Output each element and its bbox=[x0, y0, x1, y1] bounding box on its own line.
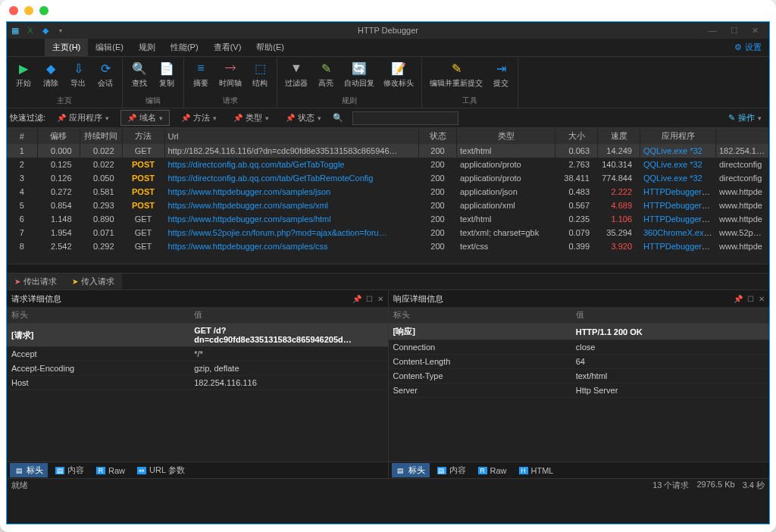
ribbon-会话[interactable]: ⟳会话 bbox=[92, 58, 119, 94]
file-menu-blank[interactable] bbox=[7, 39, 45, 56]
ribbon-高亮[interactable]: ✎高亮 bbox=[312, 58, 340, 94]
pane-tab-标头[interactable]: ▤标头 bbox=[392, 463, 430, 477]
ribbon-label: 导出 bbox=[70, 78, 86, 89]
quick-access-toolbar: ▦ X ◆ ▾ HTTP Debugger — ☐ ✕ bbox=[7, 22, 769, 39]
request-pane: 请求详细信息 📌☐✕ 标头值 [请求]GET /d?dn=cdc90fd8e33… bbox=[7, 290, 389, 478]
pane-tab-内容[interactable]: ▤内容 bbox=[51, 463, 89, 477]
status-count: 13 个请求 bbox=[652, 480, 689, 491]
grid-hscroll[interactable] bbox=[7, 264, 769, 274]
pin-icon: 📌 bbox=[181, 114, 190, 122]
grid-col[interactable]: 方法 bbox=[122, 128, 164, 144]
request-grid[interactable]: #偏移持续时间方法Url状态类型大小速度应用程序 10.0000.022GETh… bbox=[7, 128, 769, 264]
ribbon-开始[interactable]: ▶开始 bbox=[10, 58, 37, 94]
ribbon-label: 自动回复 bbox=[344, 78, 374, 89]
menu-item[interactable]: 性能(P) bbox=[163, 39, 206, 56]
pane-tab-内容[interactable]: ▤内容 bbox=[433, 463, 471, 477]
ribbon-icon: ⇩ bbox=[70, 60, 86, 77]
operation-menu[interactable]: ✎ 操作 ▾ bbox=[728, 112, 766, 124]
close-dot[interactable] bbox=[9, 6, 18, 15]
dock-icon[interactable]: ☐ bbox=[366, 295, 373, 303]
table-row[interactable]: 61.1480.890GEThttps://www.httpdebugger.c… bbox=[7, 212, 769, 226]
grid-col[interactable]: 大小 bbox=[555, 128, 598, 144]
max-dot[interactable] bbox=[39, 6, 48, 15]
grid-col[interactable]: 类型 bbox=[457, 128, 555, 144]
pane-tab-标头[interactable]: ▤标头 bbox=[10, 463, 48, 477]
maximize-button[interactable]: ☐ bbox=[731, 26, 738, 36]
min-dot[interactable] bbox=[24, 6, 33, 15]
minimize-button[interactable]: — bbox=[709, 26, 717, 36]
table-row[interactable]: 20.1250.022POSThttps://directconfig.ab.q… bbox=[7, 158, 769, 171]
ribbon-icon: ⇥ bbox=[493, 60, 509, 77]
close-icon[interactable]: ✕ bbox=[759, 295, 765, 303]
table-row[interactable]: 71.9540.071GEThttps://www.52pojie.cn/for… bbox=[7, 226, 769, 239]
excel-export-icon[interactable]: X bbox=[25, 25, 36, 36]
header-row[interactable]: Content-Length64 bbox=[389, 355, 770, 369]
header-row[interactable]: Accept*/* bbox=[7, 347, 388, 361]
table-row[interactable]: 10.0000.022GEThttp://182.254.116.116/d?d… bbox=[7, 144, 769, 158]
filter-app[interactable]: 📌应用程序▾ bbox=[52, 110, 114, 126]
header-row[interactable]: Connectionclose bbox=[389, 340, 770, 355]
ribbon-过滤器[interactable]: ▼过滤器 bbox=[280, 58, 312, 94]
ribbon-group-label: 规则 bbox=[277, 95, 421, 108]
grid-col[interactable] bbox=[716, 128, 769, 144]
pane-tab-Raw[interactable]: RRaw bbox=[474, 465, 512, 477]
table-row[interactable]: 50.8540.293POSThttps://www.httpdebugger.… bbox=[7, 199, 769, 212]
grid-col[interactable]: 速度 bbox=[598, 128, 640, 144]
close-button[interactable]: ✕ bbox=[752, 26, 759, 36]
req-header-col-key[interactable]: 标头 bbox=[7, 307, 189, 324]
pane-tab-URL 参数[interactable]: ⇔URL 参数 bbox=[133, 463, 189, 477]
ribbon-摘要[interactable]: ≡摘要 bbox=[187, 58, 214, 94]
filter-domain[interactable]: 📌域名▾ bbox=[120, 110, 170, 126]
grid-col[interactable]: # bbox=[7, 128, 37, 144]
filter-status[interactable]: 📌状态▾ bbox=[280, 110, 327, 126]
dock-icon[interactable]: ☐ bbox=[747, 295, 754, 303]
pane-tab-Raw[interactable]: RRaw bbox=[92, 465, 130, 477]
ribbon-icon: ⟳ bbox=[97, 60, 114, 77]
ribbon-结构[interactable]: ⬚结构 bbox=[246, 58, 274, 94]
filter-method[interactable]: 📌方法▾ bbox=[176, 110, 222, 126]
close-icon[interactable]: ✕ bbox=[377, 295, 383, 303]
header-row[interactable]: Accept-Encodinggzip, deflate bbox=[7, 361, 388, 376]
filter-type[interactable]: 📌类型▾ bbox=[228, 110, 274, 126]
grid-col[interactable]: 持续时间 bbox=[80, 128, 122, 144]
table-row[interactable]: 82.5420.292GEThttps://www.httpdebugger.c… bbox=[7, 239, 769, 253]
req-header-col-val[interactable]: 值 bbox=[189, 307, 387, 324]
resp-header-col-val[interactable]: 值 bbox=[571, 307, 769, 324]
menu-item[interactable]: 主页(H) bbox=[45, 39, 88, 56]
header-row[interactable]: Content-Typetext/html bbox=[389, 369, 770, 383]
pin-icon[interactable]: 📌 bbox=[352, 295, 361, 303]
ribbon-自动回复[interactable]: 🔄自动回复 bbox=[340, 58, 379, 94]
header-row[interactable]: [响应]HTTP/1.1 200 OK bbox=[389, 324, 770, 340]
grid-col[interactable]: 应用程序 bbox=[640, 128, 716, 144]
tab-outgoing[interactable]: ➤传出请求 bbox=[7, 274, 64, 289]
menu-item[interactable]: 帮助(E) bbox=[249, 39, 292, 56]
pane-tab-HTML[interactable]: HHTML bbox=[515, 465, 559, 477]
ribbon-修改标头[interactable]: 📝修改标头 bbox=[379, 58, 418, 94]
table-row[interactable]: 40.2720.581POSThttps://www.httpdebugger.… bbox=[7, 185, 769, 199]
menu-item[interactable]: 查看(V) bbox=[206, 39, 249, 56]
ribbon-时间轴[interactable]: 🡒时间轴 bbox=[214, 58, 246, 94]
search-input[interactable] bbox=[352, 111, 458, 125]
settings-link[interactable]: ⚙ 设置 bbox=[727, 39, 769, 56]
resp-header-col-key[interactable]: 标头 bbox=[389, 307, 571, 324]
ribbon-提交[interactable]: ⇥提交 bbox=[487, 58, 515, 94]
ribbon-编辑并重新提交[interactable]: ✎编辑并重新提交 bbox=[425, 58, 487, 94]
header-row[interactable]: ServerHttp Server bbox=[389, 383, 770, 398]
header-row[interactable]: Host182.254.116.116 bbox=[7, 376, 388, 390]
grid-col[interactable]: Url bbox=[164, 128, 419, 144]
header-row[interactable]: [请求]GET /d?dn=cdc90fd8e335131583c8659462… bbox=[7, 324, 388, 347]
ribbon-清除[interactable]: ◆清除 bbox=[37, 58, 64, 94]
tab-incoming[interactable]: ➤传入请求 bbox=[64, 274, 122, 289]
ribbon-导出[interactable]: ⇩导出 bbox=[64, 58, 92, 94]
table-row[interactable]: 30.1260.050POSThttps://directconfig.ab.q… bbox=[7, 171, 769, 185]
clear-icon[interactable]: ◆ bbox=[40, 25, 51, 36]
grid-col[interactable]: 状态 bbox=[419, 128, 457, 144]
grid-col[interactable]: 偏移 bbox=[37, 128, 80, 144]
pin-icon[interactable]: 📌 bbox=[734, 295, 743, 303]
menu-item[interactable]: 规则 bbox=[131, 39, 163, 56]
qat-caret-icon[interactable]: ▾ bbox=[55, 25, 66, 36]
ribbon-icon: 🔄 bbox=[351, 60, 368, 77]
ribbon-查找[interactable]: 🔍查找 bbox=[126, 58, 153, 94]
menu-item[interactable]: 编辑(E) bbox=[88, 39, 131, 56]
ribbon-复制[interactable]: 📄复制 bbox=[153, 58, 180, 94]
